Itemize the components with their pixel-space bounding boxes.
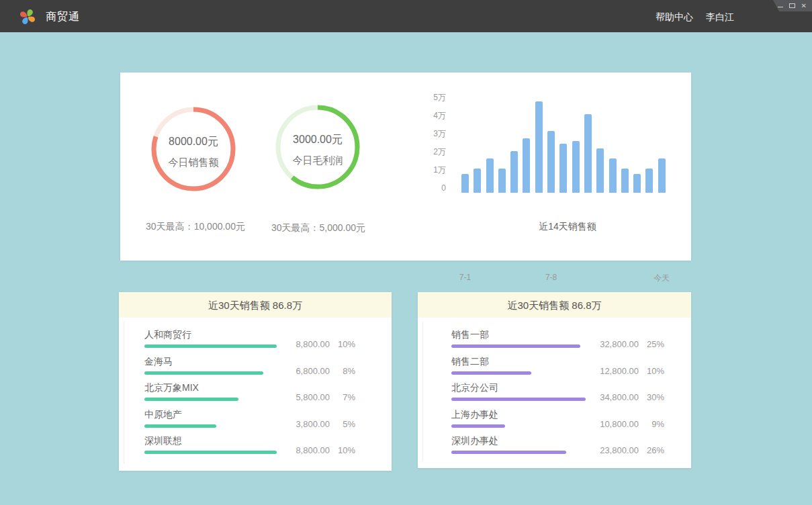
panel-item-percent: 5%	[330, 419, 355, 429]
panel-row: 深圳办事处23,800.0026%	[451, 435, 664, 462]
y-tick: 3万	[409, 129, 446, 138]
y-tick: 4万	[409, 111, 446, 120]
daily-sales-bar	[584, 114, 592, 193]
panel-item-bar	[451, 345, 580, 348]
panel-item-value: 3,800.005%	[283, 419, 355, 429]
today-profit-ring: 3000.00元 今日毛利润	[271, 100, 365, 194]
maximize-icon[interactable]	[789, 3, 795, 9]
daily-sales-bar	[559, 144, 567, 193]
panel-row: 金海马6,800.008%	[144, 356, 355, 383]
panel-item-bar	[144, 371, 263, 375]
panel-item-value: 8,800.0010%	[283, 339, 355, 349]
panel-item-amount: 3,800.00	[283, 419, 330, 429]
daily-sales-bar	[523, 138, 530, 193]
panel-item-percent: 10%	[330, 339, 355, 349]
department-panel-title: 近30天销售额 86.8万	[507, 300, 601, 311]
panel-item-amount: 12,800.00	[592, 366, 639, 376]
minimize-icon[interactable]	[778, 3, 783, 9]
panel-item-value: 12,800.0010%	[592, 366, 664, 376]
panel-item-amount: 8,800.00	[283, 339, 330, 349]
x-tick: 今天	[653, 273, 670, 284]
daily-sales-bars	[461, 93, 666, 193]
today-sales-value: 8000.00元	[169, 135, 218, 149]
app-logo-pinwheel-icon	[19, 8, 36, 26]
panel-item-amount: 32,800.00	[592, 339, 639, 349]
panel-item-bar	[144, 398, 238, 401]
y-tick: 2万	[409, 147, 446, 156]
y-tick: 1万	[409, 165, 446, 175]
daily-sales-bar	[510, 151, 518, 193]
titlebar: 商贸通 帮助中心 李白江 ✕	[0, 0, 812, 32]
today-profit-value: 3000.00元	[293, 133, 343, 147]
daily-chart-y-axis: 5万4万3万2万1万0	[409, 73, 446, 207]
today-sales-ring: 8000.00元 今日销售额	[146, 102, 240, 196]
daily-sales-bar	[498, 169, 506, 193]
panel-item-value: 5,800.007%	[283, 392, 355, 402]
panel-item-bar	[144, 345, 277, 348]
close-icon[interactable]: ✕	[801, 3, 807, 9]
panel-item-amount: 5,800.00	[283, 392, 330, 402]
panel-row: 上海办事处10,800.009%	[451, 409, 664, 436]
panel-item-percent: 26%	[639, 445, 664, 455]
panel-item-bar	[451, 451, 566, 454]
daily-sales-bar	[596, 148, 604, 193]
panel-item-bar	[144, 424, 216, 428]
panel-item-value: 34,800.0030%	[592, 392, 664, 402]
panel-item-percent: 10%	[330, 445, 355, 455]
panel-item-amount: 23,800.00	[592, 445, 639, 455]
daily-sales-bar	[486, 158, 494, 193]
panel-row: 销售二部12,800.0010%	[451, 356, 664, 383]
panel-item-bar	[451, 424, 505, 428]
profit-30day-max: 30天最高：5,000.00元	[231, 222, 406, 234]
panel-item-amount: 34,800.00	[592, 392, 639, 402]
daily-sales-bar	[572, 141, 580, 193]
x-tick: 7-8	[545, 273, 557, 282]
panel-row: 销售一部32,800.0025%	[451, 329, 664, 356]
user-name-link[interactable]: 李白江	[706, 11, 734, 24]
daily-sales-bar	[609, 158, 617, 193]
today-sales-label: 今日销售额	[169, 156, 219, 169]
panel-item-percent: 7%	[330, 392, 355, 402]
daily-chart-title: 近14天销售额	[500, 221, 635, 233]
panel-item-value: 6,800.008%	[283, 366, 355, 376]
customer-panel-title: 近30天销售额 86.8万	[208, 300, 302, 311]
daily-sales-bar	[461, 174, 469, 193]
panel-item-percent: 10%	[639, 366, 664, 376]
y-tick: 5万	[409, 93, 446, 102]
panel-row: 北京万象MIX5,800.007%	[144, 382, 355, 409]
panel-row: 中原地产3,800.005%	[144, 409, 355, 436]
panel-item-percent: 25%	[639, 339, 664, 349]
daily-sales-bar	[645, 169, 653, 193]
daily-sales-bar	[473, 169, 481, 193]
daily-sales-bar	[658, 158, 666, 193]
customer-sales-panel: 近30天销售额 86.8万 人和商贸行8,800.0010%金海马6,800.0…	[119, 292, 392, 471]
daily-sales-bar	[633, 174, 641, 193]
panel-item-amount: 8,800.00	[283, 445, 330, 455]
panel-item-bar	[451, 371, 531, 375]
panel-row: 深圳联想8,800.0010%	[144, 435, 355, 462]
y-tick: 0	[409, 183, 446, 193]
daily-sales-bar	[535, 101, 543, 193]
window-controls: ✕	[773, 0, 812, 11]
panel-item-value: 8,800.0010%	[283, 445, 355, 455]
panel-item-value: 10,800.009%	[592, 419, 664, 429]
panel-item-value: 32,800.0025%	[592, 339, 664, 349]
panel-row: 北京分公司34,800.0030%	[451, 382, 664, 409]
panel-item-amount: 10,800.00	[592, 419, 639, 429]
daily-sales-bar	[621, 169, 629, 193]
panel-item-percent: 8%	[330, 366, 355, 376]
panel-item-bar	[144, 451, 277, 454]
panel-item-bar	[451, 398, 586, 401]
panel-item-percent: 30%	[639, 392, 664, 402]
x-tick: 7-1	[459, 273, 471, 282]
today-profit-label: 今日毛利润	[293, 154, 343, 167]
panel-item-amount: 6,800.00	[283, 366, 330, 376]
panel-row: 人和商贸行8,800.0010%	[144, 329, 355, 356]
app-title: 商贸通	[46, 0, 80, 32]
panel-item-percent: 9%	[639, 419, 664, 429]
overview-card: 8000.00元 今日销售额 30天最高：10,000.00元 3000.00元…	[120, 73, 691, 261]
panel-item-value: 23,800.0026%	[592, 445, 664, 455]
department-sales-panel: 近30天销售额 86.8万 销售一部32,800.0025%销售二部12,800…	[418, 292, 691, 468]
daily-sales-bar	[547, 131, 555, 193]
help-center-link[interactable]: 帮助中心	[656, 11, 693, 24]
